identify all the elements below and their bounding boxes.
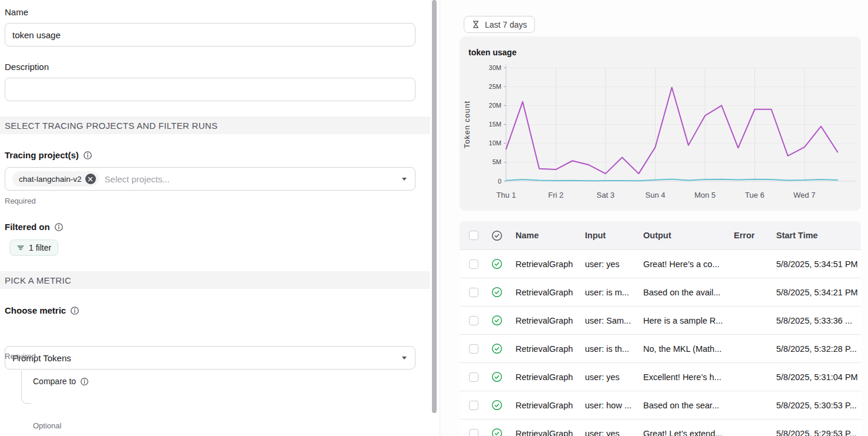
compare-optional-hint: Optional — [33, 421, 61, 430]
row-name: RetrievalGraph — [516, 344, 585, 354]
row-input: user: is m... — [585, 288, 643, 297]
row-checkbox[interactable] — [469, 316, 478, 325]
row-output: Here is a sample R... — [643, 316, 734, 325]
svg-text:30M: 30M — [489, 64, 501, 71]
row-output: Based on the avail... — [643, 288, 734, 297]
filtered-on-label: Filtered on — [5, 222, 64, 232]
row-start-time: 5/8/2025, 5:30:53 P... — [776, 401, 861, 410]
svg-text:Wed 7: Wed 7 — [793, 191, 815, 199]
row-input: user: is th... — [585, 344, 643, 354]
section-header-metric: PICK A METRIC — [0, 271, 430, 289]
section-header-projects: SELECT TRACING PROJECTS AND FILTER RUNS — [0, 117, 430, 134]
row-name: RetrievalGraph — [516, 429, 585, 436]
check-circle-icon — [491, 371, 516, 383]
row-name: RetrievalGraph — [516, 372, 585, 382]
select-all-checkbox[interactable] — [469, 231, 478, 240]
table-row[interactable]: RetrievalGraph user: is th... No, the MK… — [460, 334, 861, 362]
row-output: Great! Here’s a co... — [643, 259, 734, 269]
filter-count-chip[interactable]: 1 filter — [9, 239, 58, 256]
table-row[interactable]: RetrievalGraph user: Sam... Here is a sa… — [460, 306, 861, 334]
choose-metric-label: Choose metric — [5, 305, 79, 315]
svg-text:Mon 5: Mon 5 — [694, 191, 716, 199]
header-error[interactable]: Error — [734, 231, 776, 240]
tracing-projects-label: Tracing project(s) — [5, 150, 92, 160]
row-name: RetrievalGraph — [516, 288, 585, 297]
name-label: Name — [5, 7, 28, 17]
scrollbar-thumb[interactable] — [432, 0, 437, 413]
check-circle-icon — [491, 286, 516, 298]
row-name: RetrievalGraph — [516, 259, 585, 269]
row-output: Based on the sear... — [643, 401, 734, 410]
row-checkbox[interactable] — [469, 372, 478, 382]
compare-to-label: Compare to — [33, 377, 89, 386]
table-row[interactable]: RetrievalGraph user: yes Great! Here’s a… — [460, 249, 861, 278]
row-output: Excellent! Here’s h... — [643, 372, 734, 382]
runs-table: Name Input Output Error Start Time Retri… — [460, 221, 861, 436]
check-circle-icon — [491, 342, 516, 355]
row-start-time: 5/8/2025, 5:33:36 ... — [776, 316, 861, 325]
check-circle-icon — [491, 258, 516, 270]
description-label: Description — [5, 62, 49, 72]
chevron-down-icon — [402, 357, 407, 360]
hourglass-icon — [471, 20, 480, 29]
table-header-row: Name Input Output Error Start Time — [460, 221, 861, 249]
row-input: user: yes — [585, 429, 643, 436]
svg-text:10M: 10M — [489, 139, 501, 147]
description-input[interactable] — [5, 78, 415, 101]
metric-select[interactable]: Prompt Tokens — [5, 346, 415, 370]
header-input[interactable]: Input — [585, 231, 643, 240]
table-body: RetrievalGraph user: yes Great! Here’s a… — [460, 249, 861, 436]
row-start-time: 5/8/2025, 5:34:51 PM — [776, 259, 861, 269]
row-name: RetrievalGraph — [516, 316, 585, 325]
tracing-projects-select[interactable]: chat-langchain-v2 — [5, 167, 415, 191]
svg-text:Fri 2: Fri 2 — [548, 191, 564, 199]
check-circle-icon — [491, 314, 516, 327]
row-checkbox[interactable] — [469, 259, 478, 269]
filter-lines-icon — [16, 244, 25, 252]
row-output: No, the MKL (Math... — [643, 344, 734, 354]
row-checkbox[interactable] — [469, 288, 478, 297]
header-name[interactable]: Name — [516, 231, 585, 240]
dashboard-chart-editor: Name Description SELECT TRACING PROJECTS… — [0, 0, 868, 436]
check-circle-icon — [491, 427, 516, 436]
row-start-time: 5/8/2025, 5:32:28 P... — [776, 344, 861, 354]
svg-text:Sun 4: Sun 4 — [646, 191, 666, 199]
row-input: user: yes — [585, 372, 643, 382]
row-output: Great! Let’s extend... — [643, 429, 734, 436]
row-checkbox[interactable] — [469, 344, 478, 354]
row-checkbox[interactable] — [469, 401, 478, 410]
projects-required-hint: Required — [5, 197, 36, 205]
projects-search-input[interactable] — [105, 174, 408, 184]
info-icon — [83, 151, 92, 160]
svg-text:Thu 1: Thu 1 — [496, 191, 516, 199]
check-circle-icon — [491, 399, 516, 411]
left-panel-scrollbar — [431, 0, 438, 436]
svg-text:0: 0 — [498, 178, 501, 185]
table-row[interactable]: RetrievalGraph user: how ... Based on th… — [460, 391, 861, 419]
svg-text:Tue 6: Tue 6 — [745, 191, 764, 199]
row-start-time: 5/8/2025, 5:29:53 P... — [776, 429, 861, 436]
header-start-time[interactable]: Start Time — [776, 231, 861, 240]
svg-text:25M: 25M — [489, 83, 501, 90]
info-icon — [54, 222, 64, 232]
row-checkbox[interactable] — [469, 429, 478, 436]
svg-text:20M: 20M — [489, 102, 501, 109]
svg-text:Token count: Token count — [463, 101, 471, 148]
project-chip: chat-langchain-v2 — [12, 171, 99, 187]
table-row[interactable]: RetrievalGraph user: yes Great! Let’s ex… — [460, 419, 861, 436]
table-row[interactable]: RetrievalGraph user: is m... Based on th… — [460, 278, 861, 306]
header-output[interactable]: Output — [643, 231, 734, 240]
row-input: user: how ... — [585, 401, 643, 410]
table-row[interactable]: RetrievalGraph user: yes Excellent! Here… — [460, 362, 861, 391]
info-icon — [70, 306, 79, 315]
row-name: RetrievalGraph — [516, 401, 585, 410]
metric-required-hint: Required — [5, 352, 36, 361]
name-input[interactable] — [5, 23, 415, 46]
token-usage-line-chart: 05M10M15M20M25M30MThu 1Fri 2Sat 3Sun 4Mo… — [460, 36, 861, 211]
chevron-down-icon — [402, 178, 407, 181]
svg-text:Sat 3: Sat 3 — [597, 191, 614, 199]
x-circle-icon[interactable] — [85, 174, 96, 184]
time-range-button[interactable]: Last 7 days — [464, 16, 535, 33]
chart-config-panel: Name Description SELECT TRACING PROJECTS… — [0, 0, 430, 436]
tree-connector — [21, 371, 31, 404]
